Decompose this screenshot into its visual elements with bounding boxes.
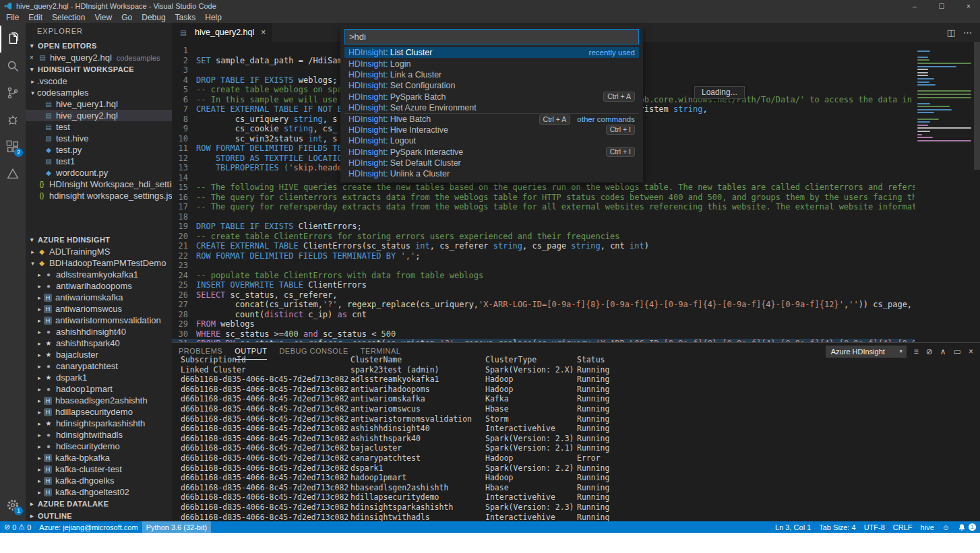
- section-azure-datalake[interactable]: ▸ AZURE DATALAKE: [26, 498, 172, 510]
- cluster-item[interactable]: ▸◆ADLTrainingMS: [26, 246, 172, 257]
- workspace-item[interactable]: ▤hive_query2.hql: [26, 110, 172, 121]
- section-workspace[interactable]: ▾ HDINSIGHT WORKSPACE: [26, 63, 172, 75]
- command-item[interactable]: HDInsight: Login: [344, 58, 639, 69]
- workspace-item[interactable]: {}hdinsight workspace_settings.json: [26, 190, 172, 201]
- cluster-item[interactable]: ▸Hhdillapsecuritydemo: [26, 406, 172, 418]
- cluster-item[interactable]: ▸Hantiwariomswcus: [26, 303, 172, 315]
- command-item[interactable]: HDInsight: Set Configuration: [344, 80, 639, 91]
- cluster-item[interactable]: ▸★hdinsightsparkashishth: [26, 418, 172, 429]
- azure-account-status[interactable]: Azure: jejiang@microsoft.com: [35, 521, 142, 533]
- source-control-icon[interactable]: [0, 79, 26, 106]
- menu-file[interactable]: File: [1, 12, 24, 23]
- cursor-position-status[interactable]: Ln 3, Col 1: [771, 521, 815, 533]
- subscription-id-cell: d66b1168-d835-4066-8c45-7d2ed713c082: [181, 473, 350, 483]
- menu-go[interactable]: Go: [117, 12, 137, 23]
- menu-help[interactable]: Help: [200, 12, 226, 23]
- tab-size-status[interactable]: Tab Size: 4: [815, 521, 859, 533]
- split-editor-icon[interactable]: ◫: [947, 28, 955, 38]
- cluster-item[interactable]: ▸●adlsstreamkyokafka1: [26, 269, 172, 280]
- workspace-item[interactable]: ▾codesamples: [26, 87, 172, 98]
- command-item[interactable]: HDInsight: Logout: [344, 135, 639, 146]
- cluster-item[interactable]: ▸Hkafka-dhgoelks: [26, 475, 172, 486]
- cluster-item[interactable]: ▸★ashishthspark40: [26, 337, 172, 349]
- debug-icon[interactable]: [0, 106, 26, 133]
- language-mode-status[interactable]: hive: [917, 521, 938, 533]
- workspace-item[interactable]: ▤test1: [26, 156, 172, 167]
- section-azure-hdinsight[interactable]: ▾ AZURE HDINSIGHT: [26, 234, 172, 246]
- command-item[interactable]: HDInsight: Link a Cluster: [344, 69, 639, 80]
- cluster-item[interactable]: ▸Hkafka-bpkafka: [26, 452, 172, 463]
- command-item[interactable]: HDInsight: List Clusterrecently used: [344, 47, 639, 58]
- editor-scrollbar[interactable]: [974, 42, 980, 342]
- workspace-item[interactable]: ◆test.py: [26, 144, 172, 156]
- cluster-item[interactable]: ▸●ashishhdinsight40: [26, 326, 172, 337]
- minimap[interactable]: [915, 42, 974, 342]
- command-item[interactable]: HDInsight: PySpark InteractiveCtrl + I: [344, 147, 639, 158]
- section-open-editors[interactable]: ▾ OPEN EDITORS: [26, 40, 172, 52]
- cluster-item[interactable]: ▸●canarypatchtest: [26, 360, 172, 372]
- cluster-item[interactable]: ▸Hhbaseadlsgen2ashishth: [26, 395, 172, 406]
- notifications-bell-icon[interactable]: 1: [954, 521, 980, 533]
- workspace-item[interactable]: ◆wordcount.py: [26, 167, 172, 178]
- cluster-item[interactable]: ▸★dspark1: [26, 372, 172, 383]
- workspace-item[interactable]: ▤test.hive: [26, 133, 172, 144]
- command-item[interactable]: HDInsight: Hive BatchCtrl + Aother comma…: [344, 113, 639, 124]
- workspace-item[interactable]: ▤test: [26, 121, 172, 133]
- panel-layout-icon[interactable]: ▭: [954, 348, 961, 356]
- eol-status[interactable]: CRLF: [889, 521, 917, 533]
- open-editor-item[interactable]: ×▤hive_query2.hqlcodesamples: [26, 52, 172, 63]
- menu-view[interactable]: View: [90, 12, 117, 23]
- python-version-status[interactable]: Python 3.6 (32-bit): [142, 521, 212, 533]
- command-item[interactable]: HDInsight: Set Default Cluster: [344, 158, 639, 168]
- hbase-cluster-icon: H: [44, 488, 52, 496]
- cluster-item[interactable]: ▸●hadoop1pmart: [26, 383, 172, 395]
- command-item[interactable]: HDInsight: Set Azure Environment: [344, 102, 639, 113]
- output-console[interactable]: SubscriptionIdClusterNameClusterTypeStat…: [172, 355, 980, 521]
- close-button[interactable]: ×: [957, 0, 980, 12]
- cluster-item[interactable]: ▸●antiwarihadoopoms: [26, 280, 172, 292]
- hdinsight-icon[interactable]: [0, 160, 26, 187]
- cluster-name-cell: hbaseadlsgen2ashishth: [350, 483, 485, 493]
- cluster-item[interactable]: ▸Hkafka-dhgoeltest02: [26, 486, 172, 498]
- explorer-icon[interactable]: [0, 26, 26, 53]
- cluster-name-cell: antiwariomskafka: [350, 394, 485, 404]
- command-item[interactable]: HDInsight: Hive InteractiveCtrl + I: [344, 125, 639, 135]
- menu-edit[interactable]: Edit: [24, 12, 47, 23]
- menu-tasks[interactable]: Tasks: [171, 12, 201, 23]
- command-item[interactable]: HDInsight: Unlink a Cluster: [344, 168, 639, 179]
- clear-output-icon[interactable]: ⊘: [926, 348, 933, 356]
- minimize-button[interactable]: –: [903, 0, 926, 12]
- command-palette-input[interactable]: [344, 29, 639, 44]
- command-item[interactable]: HDInsight: PySpark BatchCtrl + A: [344, 92, 639, 102]
- cluster-item[interactable]: ▸Hkafka-cluster-test: [26, 463, 172, 475]
- close-editor-icon[interactable]: ×: [26, 54, 38, 61]
- workspace-item[interactable]: {}HDInsight Workspace_hdi_settings.json: [26, 178, 172, 190]
- menu-debug[interactable]: Debug: [137, 12, 170, 23]
- cluster-item[interactable]: ▸Hantiwaristormomsvalidation: [26, 315, 172, 326]
- feedback-smiley-icon[interactable]: ☺: [938, 521, 954, 533]
- workspace-item[interactable]: ▤hive_query1.hql: [26, 98, 172, 110]
- cluster-item[interactable]: ▸Hantiwariomskafka: [26, 292, 172, 303]
- cluster-item[interactable]: ▸●hdisecuritydemo: [26, 441, 172, 452]
- tab-close-icon[interactable]: ×: [261, 28, 266, 37]
- cluster-item[interactable]: ▸★bajacluster: [26, 349, 172, 360]
- search-icon[interactable]: [0, 53, 26, 79]
- file-icon: ▤: [44, 100, 53, 108]
- menu-selection[interactable]: Selection: [47, 12, 90, 23]
- cluster-item[interactable]: ▸●hdinsightwithadls: [26, 429, 172, 441]
- code-text: -- The following HIVE queries create the…: [196, 183, 915, 193]
- scrollbar-thumb[interactable]: [974, 42, 980, 170]
- maximize-button[interactable]: ☐: [930, 0, 953, 12]
- settings-icon[interactable]: 1: [0, 492, 26, 519]
- tab-hive-query2[interactable]: ▤ hive_query2.hql ×: [172, 23, 272, 42]
- cluster-item[interactable]: ▾◆BDHadoopTeamPMTestDemo: [26, 257, 172, 269]
- open-log-icon[interactable]: ≡: [914, 348, 919, 356]
- section-outline[interactable]: ▸ OUTLINE: [26, 510, 172, 521]
- maximize-panel-icon[interactable]: ∧: [940, 348, 946, 356]
- workspace-item[interactable]: ▸.vscode: [26, 75, 172, 87]
- more-actions-icon[interactable]: ⋯: [963, 28, 972, 38]
- extensions-icon[interactable]: 2: [0, 133, 26, 160]
- encoding-status[interactable]: UTF-8: [860, 521, 889, 533]
- problems-status[interactable]: ⊘ 0 ⚠ 0: [0, 521, 35, 533]
- close-panel-icon[interactable]: ×: [969, 348, 973, 356]
